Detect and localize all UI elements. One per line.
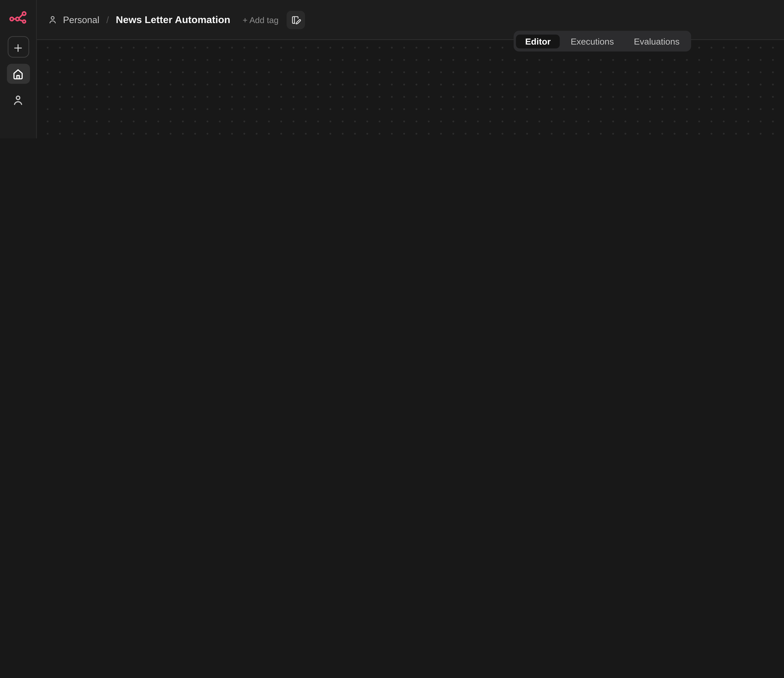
sidebar-item-home[interactable]	[6, 64, 30, 84]
breadcrumb: Personal / News Letter Automation	[48, 14, 230, 25]
tab-executions[interactable]: Executions	[562, 34, 623, 48]
note-edit-icon	[290, 14, 301, 25]
plus-icon	[12, 41, 24, 53]
tab-evaluations[interactable]: Evaluations	[625, 34, 689, 48]
breadcrumb-project[interactable]: Personal	[63, 14, 100, 25]
n8n-workflow-editor: Schedule TriggerEdit FieldsmanualHTTP Re…	[0, 0, 784, 138]
n8n-logo[interactable]	[8, 7, 28, 27]
project-user-icon	[48, 15, 58, 25]
left-sidebar: AV	[0, 0, 37, 138]
view-tabs: Editor Executions Evaluations	[514, 31, 691, 51]
breadcrumb-separator: /	[106, 14, 109, 25]
sidebar-item-personal[interactable]	[6, 90, 30, 110]
edit-note-button[interactable]	[286, 10, 305, 29]
tab-editor[interactable]: Editor	[516, 34, 560, 48]
create-workflow-button[interactable]	[7, 36, 29, 58]
workflow-title[interactable]: News Letter Automation	[116, 14, 230, 25]
user-icon	[12, 94, 25, 106]
home-icon	[12, 67, 25, 80]
add-tag-button[interactable]: + Add tag	[243, 15, 278, 24]
